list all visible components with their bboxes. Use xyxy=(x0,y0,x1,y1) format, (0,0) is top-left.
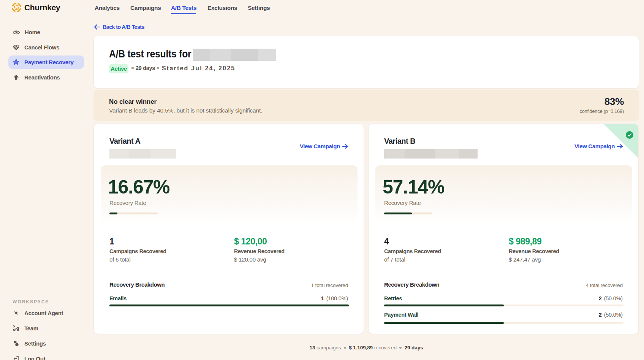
svg-text:c: c xyxy=(16,6,17,10)
